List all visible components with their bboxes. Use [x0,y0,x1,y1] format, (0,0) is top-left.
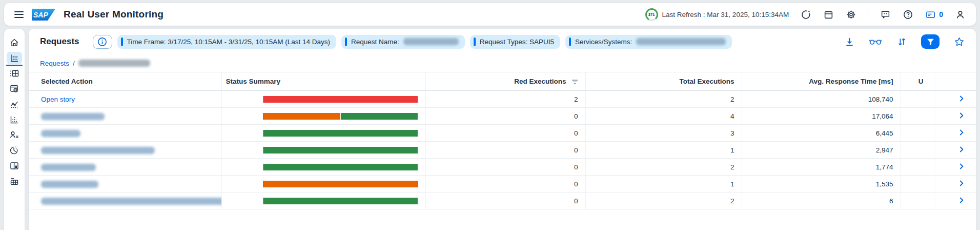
avg-response-time-value: 6,445 [742,125,901,142]
last-refresh-text: Last Refresh : Mar 31, 2025, 10:15:34AM [662,11,789,18]
chevron-right-icon [959,146,964,154]
total-executions-value: 2 [585,159,742,176]
chevron-right-icon [959,95,964,103]
row-detail-chevron[interactable] [934,159,976,176]
chip-value-redacted [403,38,459,45]
trend-chart-icon [9,99,19,109]
col-u-truncated[interactable]: U [901,72,934,91]
favorite-star-icon[interactable] [953,36,965,47]
red-executions-value: 0 [425,142,585,159]
pie-chart-icon [9,145,19,156]
col-red-executions[interactable]: Red Executions [425,72,585,91]
u-column-value [901,176,934,193]
filter-chip-2[interactable]: Request Types: SAPUI5 [470,35,560,49]
table-row[interactable]: 026 [29,193,976,209]
target-icon[interactable] [800,9,811,20]
avg-response-time-value: 1,774 [742,159,901,176]
breadcrumb-root-link[interactable]: Requests [40,60,69,67]
home-icon [9,37,19,48]
total-executions-value: 3 [585,125,742,142]
sidebar-item-pie-chart[interactable] [7,144,22,157]
action-link-redacted[interactable] [41,130,80,137]
chip-value-redacted [636,38,726,45]
status-bar-segment-green [264,147,417,154]
sidebar-item-trend-chart[interactable] [7,98,22,110]
status-bar-segment-green [264,130,417,137]
table-row[interactable]: 021,774 [29,159,976,176]
action-link-redacted[interactable] [41,181,98,188]
chevron-right-icon [959,180,964,188]
col-selected-action[interactable]: Selected Action [29,72,221,91]
filter-chips: Time Frame: 3/17/25, 10:15AM - 3/31/25, … [117,35,732,49]
status-summary-bar [263,113,418,120]
notifications-button[interactable]: 0 [925,9,943,20]
breadcrumb: Requests / [29,51,976,72]
row-detail-chevron[interactable] [934,91,976,108]
sidebar-item-table-rows[interactable] [7,175,22,187]
status-summary-bar [263,181,418,187]
action-link-redacted[interactable] [41,147,155,154]
sidebar-item-user-list[interactable] [7,129,22,141]
filter-icon[interactable] [921,34,940,49]
info-button[interactable] [93,35,112,49]
status-bar-segment-orange [264,181,417,187]
action-link-redacted[interactable] [41,198,221,205]
column-chart-icon [9,114,19,125]
status-summary-bar [263,164,418,170]
sidebar-item-column-chart[interactable] [7,113,22,126]
avg-response-time-value: 6 [742,193,901,209]
action-link[interactable]: Open story [41,95,75,103]
help-icon[interactable] [902,9,913,20]
u-column-value [901,125,934,142]
u-column-value [901,159,934,176]
u-column-value [901,91,934,108]
row-detail-chevron[interactable] [934,125,976,142]
filter-chip-1[interactable]: Request Name: [341,35,465,49]
table-row[interactable]: 011,535 [29,176,976,193]
table-row[interactable]: 012,947 [29,142,976,159]
row-detail-chevron[interactable] [934,108,976,125]
action-link-redacted[interactable] [41,164,96,171]
table-grid-icon [9,68,19,79]
sidebar-item-split-layout[interactable] [7,160,22,172]
filter-chip-0[interactable]: Time Frame: 3/17/25, 10:15AM - 3/31/25, … [117,35,336,49]
u-column-value [901,108,934,125]
col-status-summary[interactable]: Status Summary [221,72,425,91]
chip-label: Time Frame: 3/17/25, 10:15AM - 3/31/25, … [127,38,330,46]
sidebar-item-home[interactable] [7,36,22,49]
filter-chip-3[interactable]: Services/Systems: [565,35,732,49]
col-avg-response-time[interactable]: Avg. Response Time [ms] [742,72,901,91]
chevron-right-icon [959,112,964,120]
action-link-redacted[interactable] [41,113,105,120]
row-detail-chevron[interactable] [934,176,976,193]
sort-icon[interactable] [896,36,907,47]
sidebar-item-bar-chart-selected[interactable] [7,52,22,64]
row-detail-chevron[interactable] [934,142,976,159]
requests-table: Selected Action Status Summary Red Execu… [29,72,976,209]
chevron-right-icon [959,163,964,171]
table-row[interactable]: 036,445 [29,125,976,142]
row-detail-chevron[interactable] [934,193,976,209]
glasses-icon[interactable] [869,36,882,47]
calendar-icon[interactable] [823,9,834,20]
user-avatar-icon[interactable] [954,9,966,20]
avg-response-time-value: 1,535 [742,176,901,193]
u-column-value [901,193,934,209]
column-filtered-icon [571,78,578,86]
bar-chart-icon [9,53,19,63]
avg-response-time-value: 2,947 [742,142,901,159]
sidebar-item-table-grid[interactable] [7,67,22,80]
download-icon[interactable] [844,36,855,47]
breadcrumb-separator: / [73,60,75,67]
table-row[interactable]: Open story22108,740 [29,91,976,108]
settings-gear-icon[interactable] [845,9,856,20]
sidebar-item-web-page[interactable] [7,83,22,95]
menu-icon[interactable] [14,11,24,18]
col-total-executions[interactable]: Total Executions [585,72,742,91]
feedback-icon[interactable] [880,9,891,20]
avg-response-time-value: 108,740 [742,91,901,108]
table-row[interactable]: 0417,064 [29,108,976,125]
header-divider [868,9,868,20]
total-executions-value: 2 [585,193,742,209]
status-bar-segment-green [264,164,417,170]
